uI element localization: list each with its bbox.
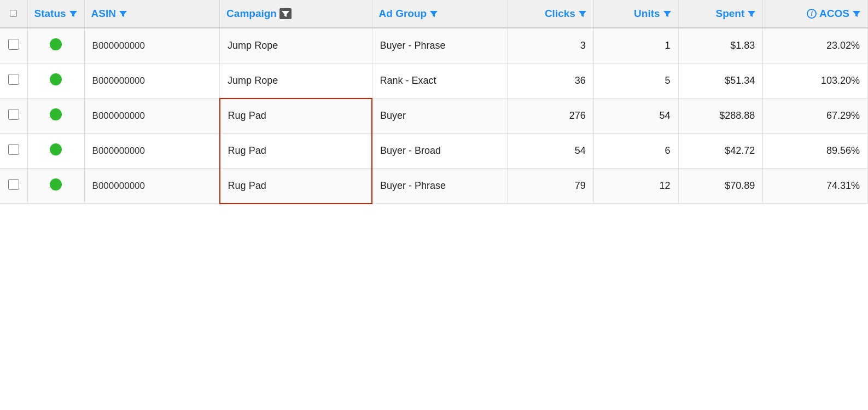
- header-asin[interactable]: ASIN: [84, 0, 220, 28]
- table-row: B000000000Jump RopeBuyer - Phrase31$1.83…: [0, 28, 868, 63]
- spent-column-label: Spent: [716, 8, 745, 20]
- row-asin: B000000000: [84, 134, 220, 169]
- row-clicks: 276: [508, 99, 594, 134]
- header-status[interactable]: Status: [27, 0, 84, 28]
- row-adgroup: Buyer: [372, 99, 508, 134]
- select-all-checkbox[interactable]: [10, 10, 17, 17]
- row-spent: $42.72: [678, 134, 763, 169]
- row-units: 5: [593, 63, 678, 99]
- units-filter-icon[interactable]: [663, 9, 672, 18]
- table-row: B000000000Rug PadBuyer - Broad546$42.728…: [0, 134, 868, 169]
- row-asin: B000000000: [84, 63, 220, 99]
- row-checkbox-cell: [0, 63, 27, 99]
- row-campaign: Rug Pad: [220, 99, 372, 134]
- table-row: B000000000Rug PadBuyer - Phrase7912$70.8…: [0, 169, 868, 204]
- row-acos: 23.02%: [763, 28, 868, 63]
- row-adgroup: Buyer - Phrase: [372, 169, 508, 204]
- row-clicks: 3: [508, 28, 594, 63]
- status-active-dot: [50, 143, 62, 155]
- row-status-cell: [27, 99, 84, 134]
- row-checkbox-cell: [0, 28, 27, 63]
- row-checkbox-cell: [0, 134, 27, 169]
- row-adgroup: Buyer - Phrase: [372, 28, 508, 63]
- header-units[interactable]: Units: [593, 0, 678, 28]
- asin-column-label: ASIN: [91, 8, 116, 20]
- status-active-dot: [50, 73, 62, 85]
- row-status-cell: [27, 134, 84, 169]
- row-spent: $288.88: [678, 99, 763, 134]
- row-status-cell: [27, 63, 84, 99]
- row-acos: 103.20%: [763, 63, 868, 99]
- header-adgroup[interactable]: Ad Group: [372, 0, 508, 28]
- row-checkbox[interactable]: [8, 74, 19, 85]
- row-status-cell: [27, 169, 84, 204]
- row-adgroup: Buyer - Broad: [372, 134, 508, 169]
- header-acos[interactable]: i ACOS: [763, 0, 868, 28]
- acos-info-icon[interactable]: i: [807, 9, 817, 19]
- row-status-cell: [27, 28, 84, 63]
- campaign-filter-icon[interactable]: [279, 8, 292, 19]
- row-units: 12: [593, 169, 678, 204]
- row-acos: 74.31%: [763, 169, 868, 204]
- clicks-filter-icon[interactable]: [578, 9, 587, 18]
- table-row: B000000000Jump RopeRank - Exact365$51.34…: [0, 63, 868, 99]
- row-units: 1: [593, 28, 678, 63]
- asin-filter-icon[interactable]: [119, 9, 127, 18]
- spent-filter-icon[interactable]: [747, 9, 756, 18]
- status-active-dot: [50, 178, 62, 190]
- status-active-dot: [50, 108, 62, 120]
- header-spent[interactable]: Spent: [678, 0, 763, 28]
- row-campaign: Jump Rope: [220, 28, 372, 63]
- units-column-label: Units: [634, 8, 660, 20]
- row-spent: $70.89: [678, 169, 763, 204]
- row-checkbox-cell: [0, 169, 27, 204]
- status-column-label: Status: [34, 8, 66, 20]
- row-acos: 89.56%: [763, 134, 868, 169]
- row-spent: $51.34: [678, 63, 763, 99]
- row-campaign: Jump Rope: [220, 63, 372, 99]
- adgroup-filter-icon[interactable]: [429, 9, 438, 18]
- status-filter-icon[interactable]: [69, 9, 78, 18]
- row-asin: B000000000: [84, 99, 220, 134]
- row-campaign: Rug Pad: [220, 134, 372, 169]
- row-campaign: Rug Pad: [220, 169, 372, 204]
- row-asin: B000000000: [84, 28, 220, 63]
- row-checkbox[interactable]: [8, 179, 19, 190]
- row-checkbox[interactable]: [8, 144, 19, 155]
- row-acos: 67.29%: [763, 99, 868, 134]
- header-campaign[interactable]: Campaign: [220, 0, 372, 28]
- row-spent: $1.83: [678, 28, 763, 63]
- row-adgroup: Rank - Exact: [372, 63, 508, 99]
- adgroup-column-label: Ad Group: [379, 8, 427, 20]
- status-active-dot: [50, 38, 62, 50]
- row-checkbox-cell: [0, 99, 27, 134]
- header-checkbox: [0, 0, 27, 28]
- row-units: 6: [593, 134, 678, 169]
- row-checkbox[interactable]: [8, 109, 19, 120]
- header-clicks[interactable]: Clicks: [508, 0, 594, 28]
- row-asin: B000000000: [84, 169, 220, 204]
- row-clicks: 79: [508, 169, 594, 204]
- clicks-column-label: Clicks: [545, 8, 575, 20]
- acos-filter-icon[interactable]: [852, 9, 861, 18]
- table-row: B000000000Rug PadBuyer27654$288.8867.29%: [0, 99, 868, 134]
- row-units: 54: [593, 99, 678, 134]
- row-checkbox[interactable]: [8, 39, 19, 50]
- campaign-column-label: Campaign: [226, 8, 277, 20]
- table-header: Status ASIN Ca: [0, 0, 868, 28]
- acos-column-label: ACOS: [819, 8, 849, 20]
- row-clicks: 54: [508, 134, 594, 169]
- row-clicks: 36: [508, 63, 594, 99]
